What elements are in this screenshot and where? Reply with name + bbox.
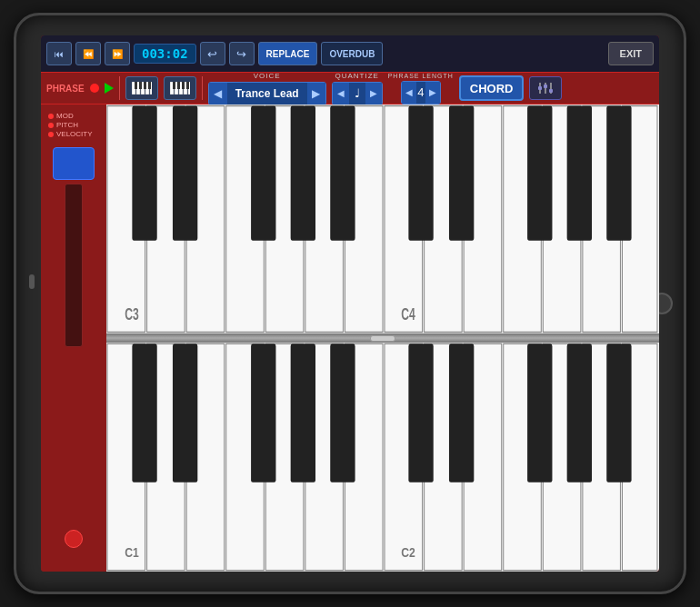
svg-rect-73 <box>527 343 552 482</box>
svg-rect-14 <box>173 82 175 89</box>
svg-text:C2: C2 <box>401 544 415 561</box>
phrase-label: PHRASE <box>46 84 85 94</box>
rec-indicator <box>90 84 99 93</box>
svg-rect-17 <box>186 82 189 89</box>
quantize-next-button[interactable]: ▶ <box>365 83 382 104</box>
mod-pad[interactable] <box>53 147 95 180</box>
toolbar-divider <box>119 76 120 100</box>
rewind-button[interactable]: ⏮ <box>46 42 72 65</box>
svg-rect-68 <box>251 343 275 482</box>
pitch-text: PITCH <box>56 121 78 129</box>
left-sidebar: MOD PITCH VELOCITY <box>41 104 106 572</box>
quantize-prev-button[interactable]: ◀ <box>333 83 349 104</box>
redo-icon: ↪ <box>236 47 246 61</box>
svg-rect-42 <box>291 105 315 240</box>
svg-rect-40 <box>173 105 197 240</box>
svg-rect-66 <box>132 343 156 482</box>
svg-rect-45 <box>449 105 474 240</box>
ipad-frame: ⏮ ⏪ ⏩ 003:02 ↩ ↪ REPLACE OVERDUB EXIT <box>14 13 686 594</box>
replace-button[interactable]: REPLACE <box>258 42 318 65</box>
svg-rect-44 <box>408 105 433 240</box>
quantize-selector: ◀ ♩ ▶ <box>332 82 383 105</box>
svg-rect-71 <box>408 343 433 482</box>
voice-name: Trance Lead <box>227 87 307 100</box>
pitch-dot <box>48 123 54 128</box>
quantize-label: QUANTIZE <box>335 72 378 80</box>
svg-rect-67 <box>173 343 197 482</box>
rewind-icon: ⏮ <box>55 49 64 59</box>
svg-text:C4: C4 <box>401 305 415 323</box>
lower-keyboard[interactable]: C1 C2 <box>106 343 659 572</box>
velocity-indicator: VELOCITY <box>48 130 93 138</box>
quantize-value: ♩ <box>349 86 365 100</box>
svg-rect-70 <box>330 343 355 482</box>
keyboard-area: MOD PITCH VELOCITY <box>41 104 659 572</box>
svg-text:C3: C3 <box>125 305 139 323</box>
forward-button[interactable]: ⏩ <box>105 42 130 65</box>
svg-rect-15 <box>177 82 180 89</box>
upper-piano-svg: C3 C4 <box>106 104 659 333</box>
play-indicator <box>105 83 114 94</box>
svg-rect-7 <box>144 82 146 89</box>
svg-rect-6 <box>139 82 142 89</box>
piano-view-button[interactable] <box>125 76 158 100</box>
volume-button[interactable] <box>29 274 35 289</box>
mod-dot <box>48 114 54 119</box>
piano-icon <box>132 82 152 95</box>
forward-icon: ⏩ <box>112 49 123 59</box>
phrase-length-next-button[interactable]: ▶ <box>425 82 440 104</box>
svg-rect-41 <box>251 105 275 240</box>
top-toolbar: ⏮ ⏪ ⏩ 003:02 ↩ ↪ REPLACE OVERDUB EXIT <box>41 35 659 72</box>
voice-section: VOICE ◀ Trance Lead ▶ <box>208 72 326 105</box>
phrase-length-section: PHRASE LENGTH ◀ 4 ▶ <box>388 73 454 104</box>
svg-text:C1: C1 <box>125 544 139 561</box>
chord-button[interactable]: CHORD <box>459 75 525 101</box>
overdub-button[interactable]: OVERDUB <box>321 42 383 65</box>
svg-rect-43 <box>330 105 355 240</box>
exit-button[interactable]: EXIT <box>608 42 654 65</box>
sustain-pad[interactable] <box>65 530 83 548</box>
phrase-length-label: PHRASE LENGTH <box>388 73 454 79</box>
mod-labels: MOD PITCH VELOCITY <box>48 112 93 138</box>
piano-view2-button[interactable] <box>164 76 196 100</box>
quantize-section: QUANTIZE ◀ ♩ ▶ <box>332 72 383 105</box>
svg-rect-74 <box>567 343 592 482</box>
undo-icon: ↩ <box>207 47 217 61</box>
piano-icon2 <box>170 82 190 95</box>
back-button[interactable]: ⏪ <box>75 42 101 65</box>
second-toolbar: PHRASE <box>41 72 659 104</box>
svg-rect-16 <box>182 82 185 89</box>
svg-rect-75 <box>606 343 631 482</box>
svg-rect-21 <box>544 85 547 88</box>
voice-selector: ◀ Trance Lead ▶ <box>208 82 326 105</box>
svg-rect-46 <box>527 105 552 240</box>
app-container: ⏮ ⏪ ⏩ 003:02 ↩ ↪ REPLACE OVERDUB EXIT <box>41 35 659 572</box>
mod-indicator: MOD <box>48 112 93 120</box>
ipad-screen: ⏮ ⏪ ⏩ 003:02 ↩ ↪ REPLACE OVERDUB EXIT <box>41 35 659 572</box>
svg-rect-23 <box>549 89 553 93</box>
phrase-length-value: 4 <box>416 85 425 99</box>
pitch-indicator: PITCH <box>48 121 93 129</box>
lower-piano-svg: C1 C2 <box>106 343 659 572</box>
svg-rect-5 <box>135 82 137 89</box>
voice-prev-button[interactable]: ◀ <box>209 83 227 104</box>
time-display: 003:02 <box>134 44 196 64</box>
keyboard-divider[interactable] <box>106 333 659 343</box>
mixer-button[interactable] <box>529 76 562 100</box>
pitch-slider[interactable] <box>65 184 83 347</box>
svg-rect-69 <box>291 343 315 482</box>
back-icon: ⏪ <box>83 49 94 59</box>
redo-button[interactable]: ↪ <box>229 42 255 65</box>
upper-keyboard[interactable]: C3 C4 <box>106 104 659 333</box>
voice-next-button[interactable]: ▶ <box>307 83 325 104</box>
mixer-icon <box>536 81 555 95</box>
svg-rect-19 <box>538 86 542 90</box>
svg-rect-39 <box>132 105 156 240</box>
undo-button[interactable]: ↩ <box>200 42 225 65</box>
voice-label: VOICE <box>254 72 281 80</box>
velocity-dot <box>48 132 54 137</box>
slider-handle <box>370 335 395 342</box>
phrase-length-prev-button[interactable]: ◀ <box>402 82 416 104</box>
svg-rect-47 <box>567 105 592 240</box>
mod-text: MOD <box>56 112 74 120</box>
